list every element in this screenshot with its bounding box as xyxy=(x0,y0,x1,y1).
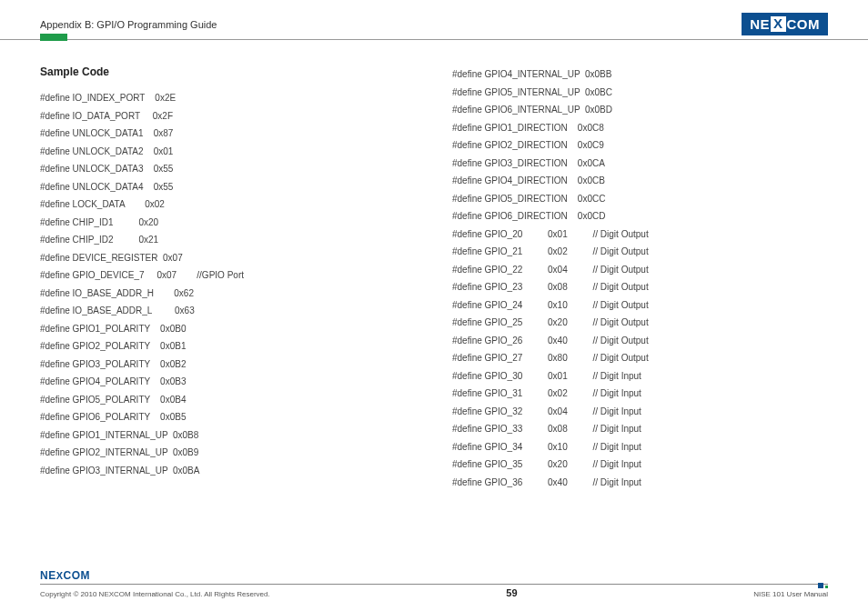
code-line: #define GPIO_20 0x01 // Digit Output xyxy=(452,225,828,244)
code-line: #define GPIO_23 0x08 // Digit Output xyxy=(452,278,828,296)
code-line: #define DEVICE_REGISTER 0x07 xyxy=(40,249,416,267)
code-line: #define GPIO_27 0x80 // Digit Output xyxy=(452,349,828,367)
code-line: #define GPIO3_POLARITY 0x0B2 xyxy=(40,356,416,374)
page-number: 59 xyxy=(506,587,517,598)
code-line: #define GPIO_25 0x20 // Digit Output xyxy=(452,314,828,332)
section-heading: Sample Code xyxy=(40,65,416,78)
code-line: #define UNLOCK_DATA2 0x01 xyxy=(40,143,416,161)
code-line: #define IO_DATA_PORT 0x2F xyxy=(40,107,416,125)
code-line: #define GPIO5_POLARITY 0x0B4 xyxy=(40,391,416,409)
code-line: #define GPIO_DEVICE_7 0x07 //GPIO Port xyxy=(40,266,416,285)
code-line: #define GPIO1_POLARITY 0x0B0 xyxy=(40,320,416,338)
code-line: #define UNLOCK_DATA1 0x87 xyxy=(40,125,416,143)
code-line: #define CHIP_ID1 0x20 xyxy=(40,214,416,232)
code-block-right: #define GPIO4_INTERNAL_UP 0x0BB#define G… xyxy=(452,65,828,491)
code-line: #define UNLOCK_DATA4 0x55 xyxy=(40,178,416,196)
code-line: #define UNLOCK_DATA3 0x55 xyxy=(40,160,416,178)
code-line: #define IO_BASE_ADDR_L 0x63 xyxy=(40,302,416,320)
code-line: #define GPIO5_DIRECTION 0x0CC xyxy=(452,190,828,208)
content-area: Sample Code #define IO_INDEX_PORT 0x2E#d… xyxy=(0,40,868,491)
footer-decoration xyxy=(812,579,828,590)
code-line: #define CHIP_ID2 0x21 xyxy=(40,231,416,249)
footer-logo: NEXCOM xyxy=(40,569,828,582)
code-line: #define GPIO_35 0x20 // Digit Input xyxy=(452,456,828,474)
code-line: #define GPIO_33 0x08 // Digit Input xyxy=(452,420,828,438)
logo-part-mid: X xyxy=(771,16,786,32)
code-line: #define GPIO4_POLARITY 0x0B3 xyxy=(40,373,416,391)
code-line: #define GPIO_22 0x04 // Digit Output xyxy=(452,261,828,279)
code-line: #define GPIO4_DIRECTION 0x0CB xyxy=(452,172,828,190)
footer-divider xyxy=(40,584,828,585)
code-block-left: #define IO_INDEX_PORT 0x2E#define IO_DAT… xyxy=(40,89,416,479)
header-title: Appendix B: GPI/O Programming Guide xyxy=(40,19,217,30)
column-left: Sample Code #define IO_INDEX_PORT 0x2E#d… xyxy=(40,65,443,491)
logo-part-left: NE xyxy=(750,16,770,32)
code-line: #define GPIO6_POLARITY 0x0B5 xyxy=(40,408,416,426)
logo-part-right: COM xyxy=(787,16,821,32)
code-line: #define GPIO_32 0x04 // Digit Input xyxy=(452,403,828,421)
code-line: #define GPIO3_DIRECTION 0x0CA xyxy=(452,155,828,173)
code-line: #define GPIO1_INTERNAL_UP 0x0B8 xyxy=(40,426,416,445)
footer-logo-a: NE xyxy=(40,569,56,582)
code-line: #define GPIO_30 0x01 // Digit Input xyxy=(452,367,828,386)
code-line: #define GPIO_24 0x10 // Digit Output xyxy=(452,296,828,315)
code-line: #define GPIO2_INTERNAL_UP 0x0B9 xyxy=(40,444,416,462)
code-line: #define GPIO4_INTERNAL_UP 0x0BB xyxy=(452,65,828,84)
page-header: Appendix B: GPI/O Programming Guide NEXC… xyxy=(0,0,868,40)
code-line: #define LOCK_DATA 0x02 xyxy=(40,195,416,214)
doc-ref: NISE 101 User Manual xyxy=(753,590,828,598)
code-line: #define IO_BASE_ADDR_H 0x62 xyxy=(40,285,416,303)
column-right: #define GPIO4_INTERNAL_UP 0x0BB#define G… xyxy=(443,65,828,491)
code-line: #define IO_INDEX_PORT 0x2E xyxy=(40,89,416,107)
footer-logo-c: COM xyxy=(64,569,91,582)
code-line: #define GPIO2_DIRECTION 0x0C9 xyxy=(452,136,828,155)
code-line: #define GPIO6_DIRECTION 0x0CD xyxy=(452,207,828,225)
brand-logo: NEXCOM xyxy=(742,13,828,35)
code-line: #define GPIO3_INTERNAL_UP 0x0BA xyxy=(40,462,416,480)
code-line: #define GPIO5_INTERNAL_UP 0x0BC xyxy=(452,84,828,102)
page-tab-marker xyxy=(40,34,67,41)
code-line: #define GPIO_34 0x10 // Digit Input xyxy=(452,438,828,456)
code-line: #define GPIO_36 0x40 // Digit Input xyxy=(452,474,828,492)
page-footer: NEXCOM Copyright © 2010 NEXCOM Internati… xyxy=(40,569,828,598)
code-line: #define GPIO_26 0x40 // Digit Output xyxy=(452,332,828,350)
code-line: #define GPIO1_DIRECTION 0x0C8 xyxy=(452,119,828,137)
copyright-text: Copyright © 2010 NEXCOM International Co… xyxy=(40,590,270,598)
code-line: #define GPIO_31 0x02 // Digit Input xyxy=(452,385,828,403)
code-line: #define GPIO2_POLARITY 0x0B1 xyxy=(40,337,416,356)
footer-logo-b: X xyxy=(56,570,64,581)
code-line: #define GPIO_21 0x02 // Digit Output xyxy=(452,243,828,261)
code-line: #define GPIO6_INTERNAL_UP 0x0BD xyxy=(452,101,828,119)
